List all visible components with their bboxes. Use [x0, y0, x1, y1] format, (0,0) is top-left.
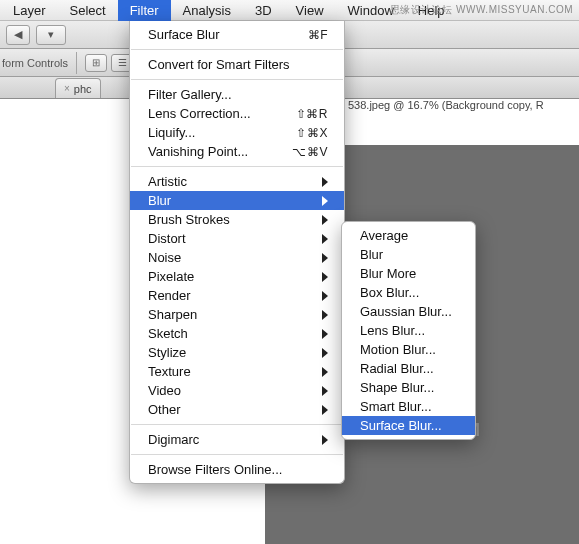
mi-filter-gallery[interactable]: Filter Gallery...	[130, 85, 344, 104]
mi-average[interactable]: Average	[342, 226, 475, 245]
menu-item-label: Blur	[360, 247, 459, 262]
mi-pixelate[interactable]: Pixelate	[130, 267, 344, 286]
menu-item-label: Pixelate	[148, 269, 312, 284]
mi-other[interactable]: Other	[130, 400, 344, 419]
mi-lens-blur[interactable]: Lens Blur...	[342, 321, 475, 340]
mi-vanishing-point[interactable]: Vanishing Point...⌥⌘V	[130, 142, 344, 161]
mi-smart-blur[interactable]: Smart Blur...	[342, 397, 475, 416]
menu-item-label: Vanishing Point...	[148, 144, 282, 159]
chevron-right-icon	[322, 196, 328, 206]
mi-digimarc[interactable]: Digimarc	[130, 430, 344, 449]
menubar-item-filter[interactable]: Filter	[118, 0, 171, 21]
mi-surface-blur[interactable]: Surface Blur⌘F	[130, 25, 344, 44]
menu-item-label: Motion Blur...	[360, 342, 459, 357]
close-tab-icon[interactable]: ×	[64, 83, 70, 94]
chevron-right-icon	[322, 215, 328, 225]
chevron-right-icon	[322, 367, 328, 377]
mi-liquify[interactable]: Liquify...⇧⌘X	[130, 123, 344, 142]
mi-brush-strokes[interactable]: Brush Strokes	[130, 210, 344, 229]
mi-texture[interactable]: Texture	[130, 362, 344, 381]
menu-separator	[131, 424, 343, 425]
menu-item-label: Smart Blur...	[360, 399, 459, 414]
mi-box-blur[interactable]: Box Blur...	[342, 283, 475, 302]
filter-menu: Surface Blur⌘FConvert for Smart FiltersF…	[129, 21, 345, 484]
menu-separator	[131, 166, 343, 167]
menu-item-shortcut: ⇧⌘R	[296, 107, 328, 121]
mi-artistic[interactable]: Artistic	[130, 172, 344, 191]
snap-icon[interactable]: ⊞	[85, 54, 107, 72]
menu-item-label: Liquify...	[148, 125, 286, 140]
menu-item-shortcut: ⌥⌘V	[292, 145, 328, 159]
mi-shape-blur[interactable]: Shape Blur...	[342, 378, 475, 397]
mi-stylize[interactable]: Stylize	[130, 343, 344, 362]
mi-distort[interactable]: Distort	[130, 229, 344, 248]
menu-item-label: Digimarc	[148, 432, 312, 447]
menu-item-label: Surface Blur	[148, 27, 298, 42]
doc-tab-prefix: phc	[74, 83, 92, 95]
menu-item-label: Brush Strokes	[148, 212, 312, 227]
mi-sharpen[interactable]: Sharpen	[130, 305, 344, 324]
menu-item-label: Texture	[148, 364, 312, 379]
menu-item-label: Radial Blur...	[360, 361, 459, 376]
mi-browse-online[interactable]: Browse Filters Online...	[130, 460, 344, 479]
chevron-right-icon	[322, 272, 328, 282]
mi-surface-blur2[interactable]: Surface Blur...	[342, 416, 475, 435]
menu-item-label: Artistic	[148, 174, 312, 189]
mi-blur-more[interactable]: Blur More	[342, 264, 475, 283]
menubar-item-view[interactable]: View	[284, 0, 336, 21]
chevron-right-icon	[322, 329, 328, 339]
mi-radial-blur[interactable]: Radial Blur...	[342, 359, 475, 378]
menu-item-label: Convert for Smart Filters	[148, 57, 328, 72]
menu-item-label: Filter Gallery...	[148, 87, 328, 102]
mi-render[interactable]: Render	[130, 286, 344, 305]
mi-noise[interactable]: Noise	[130, 248, 344, 267]
form-controls-label: form Controls	[2, 57, 68, 69]
back-button[interactable]: ◀	[6, 25, 30, 45]
mi-sketch[interactable]: Sketch	[130, 324, 344, 343]
menu-item-label: Render	[148, 288, 312, 303]
menu-item-label: Other	[148, 402, 312, 417]
menu-item-label: Blur More	[360, 266, 459, 281]
menubar-item-3d[interactable]: 3D	[243, 0, 284, 21]
chevron-right-icon	[322, 253, 328, 263]
mi-blur-basic[interactable]: Blur	[342, 245, 475, 264]
doc-tab-title-suffix: 538.jpeg @ 16.7% (Background copy, R	[348, 99, 544, 111]
chevron-right-icon	[322, 386, 328, 396]
menu-item-label: Noise	[148, 250, 312, 265]
menu-item-shortcut: ⇧⌘X	[296, 126, 328, 140]
chevron-right-icon	[322, 435, 328, 445]
chevron-right-icon	[322, 310, 328, 320]
chevron-right-icon	[322, 234, 328, 244]
tool-unknown[interactable]: ▾	[36, 25, 66, 45]
menubar-item-analysis[interactable]: Analysis	[171, 0, 243, 21]
menu-item-label: Sharpen	[148, 307, 312, 322]
mi-motion-blur[interactable]: Motion Blur...	[342, 340, 475, 359]
menu-separator	[131, 79, 343, 80]
mi-gaussian[interactable]: Gaussian Blur...	[342, 302, 475, 321]
menu-item-label: Distort	[148, 231, 312, 246]
document-tab[interactable]: × phc	[55, 78, 101, 98]
menu-item-shortcut: ⌘F	[308, 28, 328, 42]
menu-item-label: Average	[360, 228, 459, 243]
menu-separator	[131, 454, 343, 455]
menu-item-label: Blur	[148, 193, 312, 208]
chevron-right-icon	[322, 348, 328, 358]
mi-convert-smart[interactable]: Convert for Smart Filters	[130, 55, 344, 74]
chevron-right-icon	[322, 405, 328, 415]
chevron-right-icon	[322, 291, 328, 301]
mi-video[interactable]: Video	[130, 381, 344, 400]
menu-item-label: Sketch	[148, 326, 312, 341]
menu-item-label: Stylize	[148, 345, 312, 360]
menu-item-label: Video	[148, 383, 312, 398]
blur-submenu: AverageBlurBlur MoreBox Blur...Gaussian …	[341, 221, 476, 440]
mi-blur[interactable]: Blur	[130, 191, 344, 210]
menu-item-label: Shape Blur...	[360, 380, 459, 395]
menubar-item-layer[interactable]: Layer	[1, 0, 58, 21]
menu-item-label: Lens Correction...	[148, 106, 286, 121]
separator	[76, 52, 77, 74]
menu-item-label: Surface Blur...	[360, 418, 459, 433]
menu-item-label: Gaussian Blur...	[360, 304, 459, 319]
menubar-item-select[interactable]: Select	[58, 0, 118, 21]
menu-item-label: Box Blur...	[360, 285, 459, 300]
mi-lens-correction[interactable]: Lens Correction...⇧⌘R	[130, 104, 344, 123]
